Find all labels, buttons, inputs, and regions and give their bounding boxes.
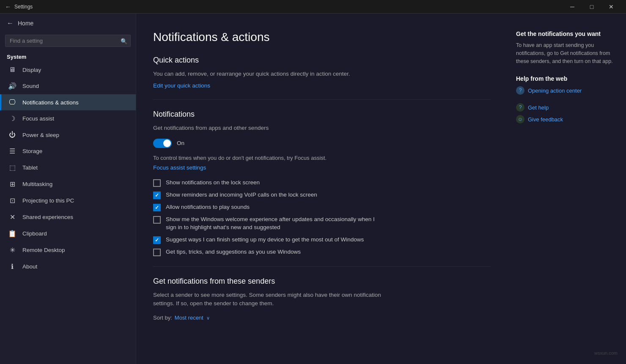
sidebar-item-display[interactable]: 🖥 Display: [0, 62, 136, 78]
page-title: Notifications & actions: [153, 30, 491, 44]
edit-quick-actions-link[interactable]: Edit your quick actions: [153, 82, 210, 89]
notifications-toggle-label: Get notifications from apps and other se…: [153, 124, 390, 132]
sidebar-item-label-clipboard: Clipboard: [22, 230, 47, 237]
sidebar-item-clipboard[interactable]: 📋 Clipboard: [0, 225, 136, 242]
senders-description: Select a sender to see more settings. So…: [153, 291, 390, 308]
sidebar-item-label-focus-assist: Focus assist: [22, 115, 54, 122]
title-bar: ← Settings ─ □ ✕: [0, 0, 626, 14]
sidebar-item-projecting[interactable]: ⊡ Projecting to this PC: [0, 192, 136, 209]
toggle-knob: [163, 140, 171, 147]
sidebar-item-power-sleep[interactable]: ⏻ Power & sleep: [0, 127, 136, 143]
checkbox-label-welcome: Show me the Windows welcome experience a…: [166, 216, 386, 232]
search-input[interactable]: [5, 35, 131, 47]
sidebar-item-label-sound: Sound: [22, 83, 39, 89]
sidebar-item-remote-desktop[interactable]: ✳ Remote Desktop: [0, 242, 136, 258]
checkbox-lock-screen[interactable]: [153, 179, 161, 187]
sidebar-item-label-power-sleep: Power & sleep: [22, 132, 59, 138]
sidebar-item-tablet[interactable]: ⬚ Tablet: [0, 159, 136, 176]
sort-value-text: Most recent: [175, 315, 203, 321]
checkbox-suggest-setup[interactable]: [153, 236, 161, 244]
sidebar-item-label-notifications: Notifications & actions: [22, 99, 79, 106]
sort-row: Sort by: Most recent ∨: [153, 315, 491, 321]
sidebar-item-notifications[interactable]: 🖵 Notifications & actions: [0, 94, 136, 110]
settings-back-icon: ←: [5, 3, 11, 10]
notifications-section: Notifications Get notifications from app…: [153, 110, 491, 256]
title-bar-controls: ─ □ ✕: [563, 0, 621, 14]
multitasking-icon: ⊞: [8, 180, 16, 188]
checkbox-row-voip: Show reminders and incoming VoIP calls o…: [153, 191, 491, 199]
help-from-web-title: Help from the web: [516, 75, 616, 82]
divider-1: [153, 99, 491, 100]
minimize-button[interactable]: ─: [563, 0, 582, 14]
title-bar-title: Settings: [14, 4, 33, 10]
about-icon: ℹ: [8, 263, 16, 271]
focus-assist-note: To control times when you do or don't ge…: [153, 154, 390, 162]
get-help-link[interactable]: Get help: [528, 104, 549, 111]
home-label: Home: [18, 20, 33, 27]
get-notifications-title: Get the notifications you want: [516, 30, 616, 37]
back-icon: ←: [7, 19, 14, 27]
opening-action-center-row[interactable]: ? Opening action center: [516, 86, 616, 95]
help-links-section: ? Get help ☺ Give feedback: [516, 103, 616, 123]
sidebar: ← Home 🔍 System 🖥 Display 🔊 Sound 🖵 Noti…: [0, 14, 136, 364]
checkbox-row-welcome: Show me the Windows welcome experience a…: [153, 216, 491, 232]
focus-assist-icon: ☽: [8, 115, 16, 123]
maximize-button[interactable]: □: [582, 0, 601, 14]
tablet-icon: ⬚: [8, 164, 16, 172]
toggle-row: On: [153, 139, 491, 148]
storage-icon: ☰: [8, 147, 16, 155]
quick-actions-section: Quick actions You can add, remove, or re…: [153, 56, 491, 89]
sidebar-item-sound[interactable]: 🔊 Sound: [0, 78, 136, 94]
checkbox-label-lock-screen: Show notifications on the lock screen: [166, 179, 260, 187]
sidebar-item-label-projecting: Projecting to this PC: [22, 197, 74, 204]
projecting-icon: ⊡: [8, 197, 16, 205]
sidebar-item-focus-assist[interactable]: ☽ Focus assist: [0, 110, 136, 127]
give-feedback-row[interactable]: ☺ Give feedback: [516, 115, 616, 123]
checkbox-label-voip: Show reminders and incoming VoIP calls o…: [166, 191, 317, 199]
sidebar-item-label-shared-experiences: Shared experiences: [22, 214, 73, 220]
focus-assist-settings-link[interactable]: Focus assist settings: [153, 164, 206, 171]
checkbox-sounds[interactable]: [153, 204, 161, 211]
checkbox-welcome[interactable]: [153, 216, 161, 224]
sidebar-item-label-storage: Storage: [22, 148, 42, 154]
checkbox-row-suggest-setup: Suggest ways I can finish setting up my …: [153, 236, 491, 244]
display-icon: 🖥: [8, 66, 16, 74]
notifications-icon: 🖵: [8, 99, 16, 106]
close-button[interactable]: ✕: [601, 0, 621, 14]
sidebar-item-about[interactable]: ℹ About: [0, 258, 136, 275]
sidebar-back-button[interactable]: ← Home: [0, 14, 136, 33]
get-help-row[interactable]: ? Get help: [516, 103, 616, 112]
sidebar-item-label-display: Display: [22, 67, 41, 73]
app-container: ← Home 🔍 System 🖥 Display 🔊 Sound 🖵 Noti…: [0, 14, 626, 364]
sort-arrow-icon: ∨: [206, 315, 210, 320]
get-notifications-text: To have an app start sending you notific…: [516, 41, 616, 65]
search-container: 🔍: [5, 35, 131, 47]
toggle-state-label: On: [177, 140, 184, 146]
checkbox-label-sounds: Allow notifications to play sounds: [166, 203, 250, 211]
give-feedback-icon: ☺: [516, 115, 524, 123]
divider-2: [153, 266, 491, 267]
notifications-title: Notifications: [153, 110, 491, 119]
main-content: Notifications & actions Quick actions Yo…: [136, 14, 516, 364]
content-area: Notifications & actions Quick actions Yo…: [136, 14, 626, 364]
opening-action-center-link[interactable]: Opening action center: [528, 88, 582, 94]
quick-actions-title: Quick actions: [153, 56, 491, 65]
checkboxes-container: Show notifications on the lock screen Sh…: [153, 179, 491, 256]
sidebar-section-title: System: [0, 50, 136, 62]
checkbox-row-lock-screen: Show notifications on the lock screen: [153, 179, 491, 187]
right-panel: Get the notifications you want To have a…: [516, 14, 626, 364]
sidebar-item-storage[interactable]: ☰ Storage: [0, 143, 136, 159]
senders-section: Get notifications from these senders Sel…: [153, 277, 491, 321]
checkbox-tips[interactable]: [153, 249, 161, 256]
checkbox-row-sounds: Allow notifications to play sounds: [153, 203, 491, 211]
search-icon: 🔍: [121, 38, 127, 44]
sort-value[interactable]: Most recent ∨: [175, 315, 210, 321]
sidebar-item-multitasking[interactable]: ⊞ Multitasking: [0, 176, 136, 192]
sidebar-item-label-multitasking: Multitasking: [22, 181, 52, 187]
power-sleep-icon: ⏻: [8, 131, 16, 139]
opening-action-center-icon: ?: [516, 86, 524, 95]
sidebar-item-shared-experiences[interactable]: ✕ Shared experiences: [0, 209, 136, 225]
notifications-toggle[interactable]: [153, 139, 172, 148]
give-feedback-link[interactable]: Give feedback: [528, 116, 563, 123]
checkbox-voip[interactable]: [153, 192, 161, 199]
